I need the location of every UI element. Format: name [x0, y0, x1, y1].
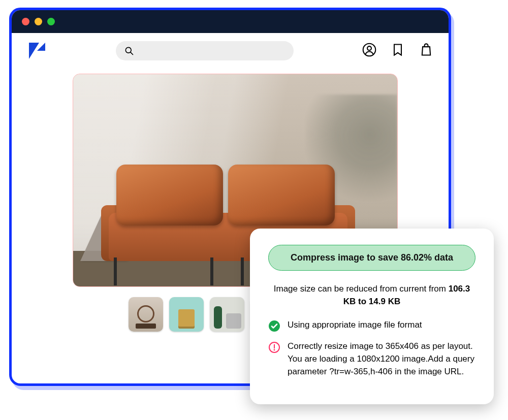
- window-close-dot[interactable]: [22, 18, 29, 25]
- size-reduction-prefix: Image size can be reduced from current f…: [274, 284, 449, 294]
- product-thumbnail[interactable]: [129, 297, 163, 332]
- search-input[interactable]: [116, 41, 294, 60]
- site-header: [12, 33, 449, 69]
- size-reduction-text: Image size can be reduced from current f…: [268, 283, 475, 308]
- svg-point-4: [363, 44, 376, 56]
- check-item-format: Using appropriate image file format: [268, 319, 475, 332]
- shopping-bag-icon[interactable]: [419, 43, 433, 59]
- site-logo[interactable]: [27, 41, 47, 61]
- bookmark-icon[interactable]: [391, 43, 405, 59]
- check-item-text: Correctly resize image to 365x406 as per…: [288, 340, 475, 378]
- account-icon[interactable]: [362, 43, 376, 59]
- check-item-resize: Correctly resize image to 365x406 as per…: [268, 340, 475, 378]
- check-ok-icon: [268, 320, 280, 332]
- window-maximize-dot[interactable]: [47, 18, 55, 25]
- svg-point-9: [274, 349, 275, 351]
- compress-suggestion-pill[interactable]: Compress image to save 86.02% data: [268, 245, 475, 271]
- search-icon: [124, 46, 134, 56]
- window-title-bar: [12, 10, 449, 33]
- product-thumbnail[interactable]: [169, 297, 204, 332]
- svg-point-5: [367, 46, 371, 50]
- product-thumbnail[interactable]: [210, 297, 244, 332]
- check-item-text: Using appropriate image file format: [288, 319, 422, 332]
- svg-line-3: [131, 52, 133, 55]
- window-minimize-dot[interactable]: [35, 18, 42, 25]
- warning-icon: [268, 341, 280, 353]
- image-analysis-card: Compress image to save 86.02% data Image…: [250, 229, 494, 404]
